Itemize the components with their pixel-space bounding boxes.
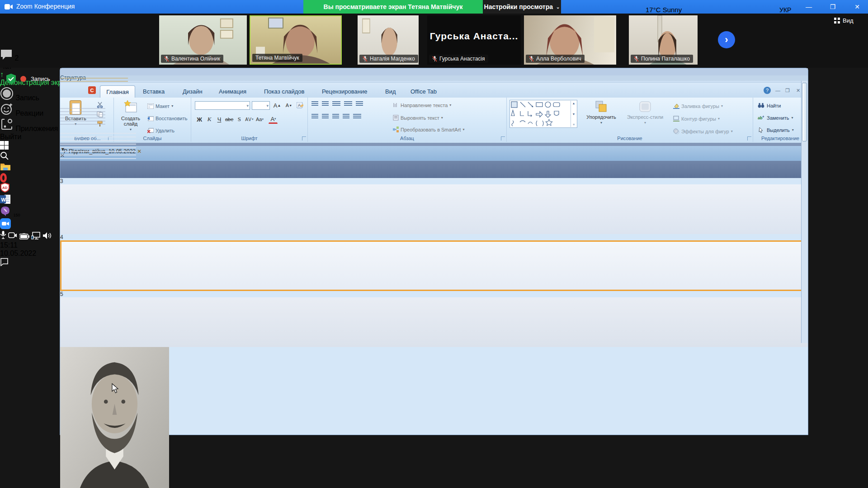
replace-button[interactable]: abЗаменить▾	[758, 113, 794, 122]
smartart-button[interactable]: Преобразовать в SmartArt▾	[393, 125, 464, 134]
reset-button[interactable]: Восстановить	[147, 113, 187, 123]
numbering-icon[interactable]	[322, 101, 329, 107]
panel-tab-outline[interactable]: Структура	[60, 75, 808, 81]
decrease-indent-icon[interactable]	[332, 101, 340, 107]
tray-mic-icon[interactable]	[0, 231, 6, 239]
shape-outline-button[interactable]: Контур фигуры▾	[673, 114, 733, 123]
view-layout-button[interactable]: Вид	[834, 17, 854, 24]
align-right-icon[interactable]	[332, 114, 339, 119]
zoom-icon	[0, 218, 11, 229]
slide-thumbnail-4-selected[interactable]	[60, 240, 808, 291]
new-slide-icon	[124, 100, 137, 115]
ribbon-tab-bar: C Главная Вставка Дизайн Анимация Показ …	[60, 83, 808, 98]
tab-office-tab[interactable]: Office Tab	[405, 85, 443, 98]
tray-volume-icon[interactable]	[42, 232, 52, 239]
text-shadow-button[interactable]: S	[235, 115, 244, 124]
shape-fill-button[interactable]: Заливка фигуры▾	[673, 101, 733, 111]
shapes-scroll-down-icon[interactable]: ▼	[572, 113, 576, 116]
tray-battery-icon[interactable]	[19, 233, 29, 239]
chevron-down-icon: ⌄	[556, 5, 560, 9]
layout-button[interactable]: Макет▾	[147, 101, 187, 111]
text-direction-button[interactable]: Направление текста▾	[393, 100, 451, 110]
tray-network-icon[interactable]	[31, 232, 40, 239]
shapes-scroll-up-icon[interactable]: ▲	[572, 102, 576, 105]
dialog-launcher-icon[interactable]	[302, 136, 306, 141]
clear-formatting-button[interactable]: A	[295, 101, 304, 110]
font-group: ▾ ▾ A▲ A▼ A Ж К Ч abe S AV▾ Aa▾ А▾ Шрифт	[191, 98, 308, 142]
ribbon-minimize-icon[interactable]: —	[775, 88, 780, 93]
shape-effects-button[interactable]: Эффекты для фигур▾	[673, 127, 733, 136]
tab-list-dropdown-icon[interactable]: ▼	[60, 146, 808, 152]
new-slide-button[interactable]: Создать слайд▾	[117, 100, 145, 131]
character-spacing-button[interactable]: AV▾	[245, 115, 254, 124]
close-document-icon[interactable]: ✕	[60, 152, 808, 159]
quick-styles-button[interactable]: Экспресс-стили▾	[622, 100, 669, 125]
close-tab-icon[interactable]: ✕	[137, 148, 142, 155]
zoom-titlebar: Zoom Конференция Вы просматриваете экран…	[0, 0, 868, 14]
bullets-icon[interactable]	[311, 101, 318, 107]
apps-icon	[0, 117, 14, 131]
tab-recenzirovanie[interactable]: Рецензирование	[316, 85, 373, 98]
arrange-button[interactable]: Упорядочить▾	[583, 100, 620, 125]
find-button[interactable]: Найти	[758, 101, 794, 110]
select-button[interactable]: Выделить▾	[758, 125, 794, 135]
font-color-button[interactable]: А▾	[269, 115, 278, 124]
tab-animaciya[interactable]: Анимация	[213, 85, 252, 98]
align-center-icon[interactable]	[322, 114, 329, 119]
shapes-more-icon[interactable]: ≡	[573, 123, 575, 126]
font-group-label: Шрифт	[191, 136, 307, 141]
help-icon[interactable]: ?	[764, 87, 771, 94]
font-size-select[interactable]: ▾	[252, 101, 270, 110]
recording-label: Запись	[31, 75, 50, 82]
shape-outline-icon	[673, 116, 679, 122]
dialog-launcher-icon[interactable]	[747, 136, 751, 141]
close-button[interactable]: ✕	[846, 0, 868, 14]
current-slide[interactable]: Німецький психолог В. Штерн описав шість…	[60, 347, 808, 488]
portrait-photo[interactable]	[60, 347, 808, 488]
increase-indent-icon[interactable]	[344, 101, 352, 107]
line-spacing-icon[interactable]	[356, 101, 363, 107]
ribbon-restore-icon[interactable]: ❐	[785, 88, 790, 94]
notification-center-icon[interactable]	[0, 258, 9, 266]
maximize-button[interactable]: ❐	[822, 0, 844, 14]
font-family-select[interactable]: ▾	[195, 101, 250, 110]
minimize-button[interactable]: —	[798, 0, 820, 14]
svg-text:A: A	[298, 103, 301, 108]
bold-button[interactable]: Ж	[195, 115, 204, 124]
viber-button[interactable]: 150	[0, 206, 868, 218]
shapes-gallery[interactable]: ▲▼≡	[509, 100, 577, 128]
next-participants-button[interactable]: ›	[718, 31, 735, 48]
office-tab-addin-icon[interactable]: C	[88, 86, 96, 94]
word-icon: W	[0, 194, 11, 204]
change-case-button[interactable]: Aa▾	[255, 115, 264, 124]
justify-icon[interactable]	[343, 114, 349, 119]
tab-glavnaya[interactable]: Главная	[100, 85, 135, 98]
italic-button[interactable]: К	[205, 115, 214, 124]
slide-thumbnail-5[interactable]	[60, 297, 808, 347]
align-left-icon[interactable]	[311, 114, 318, 119]
panel-scrollbar-thumb[interactable]	[802, 83, 807, 141]
ribbon-close-icon[interactable]: ✕	[796, 88, 800, 94]
grow-font-button[interactable]: A▲	[273, 101, 282, 110]
delete-slide-button[interactable]: Удалить	[147, 126, 187, 135]
viber-badge: 150	[12, 213, 21, 217]
dialog-launcher-icon[interactable]	[501, 136, 505, 141]
binoculars-icon	[758, 103, 764, 108]
columns-icon[interactable]	[353, 114, 361, 119]
security-shield-icon	[6, 74, 16, 84]
strikethrough-button[interactable]: abe	[225, 115, 234, 124]
chat-badge: 2	[14, 54, 19, 62]
tab-dizayn[interactable]: Дизайн	[177, 85, 208, 98]
cut-icon[interactable]	[96, 101, 104, 108]
record-dot-icon[interactable]	[20, 76, 26, 82]
weather-label[interactable]: 17°C Sunny	[646, 6, 682, 14]
tray-camera-icon[interactable]	[8, 231, 17, 239]
align-text-button[interactable]: Выровнять текст▾	[393, 113, 443, 122]
underline-button[interactable]: Ч	[215, 115, 224, 124]
tab-vid[interactable]: Вид	[379, 85, 402, 98]
view-settings-dropdown[interactable]: Настройки просмотра⌄	[483, 0, 561, 14]
tab-vstavka[interactable]: Вставка	[137, 85, 170, 98]
language-indicator[interactable]: УКР	[779, 6, 791, 14]
shrink-font-button[interactable]: A▼	[284, 101, 293, 110]
tab-pokaz-slaydov[interactable]: Показ слайдов	[258, 85, 311, 98]
